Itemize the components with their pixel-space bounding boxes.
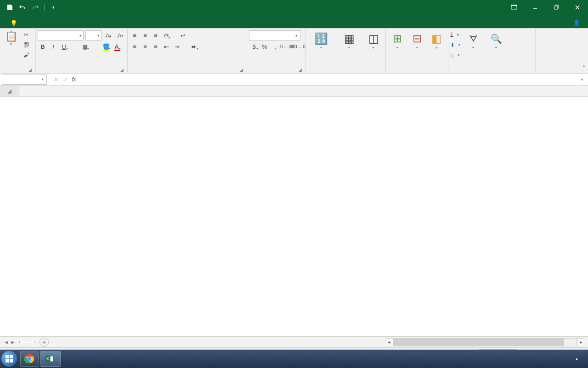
show-hidden-icons-icon[interactable]: ▴ [576,356,578,362]
taskbar-excel[interactable]: X [40,351,61,367]
sheet-nav-next-icon[interactable]: ► [10,339,16,345]
insert-function-icon[interactable]: fx [69,75,79,85]
dialog-launcher-icon[interactable]: ◢ [28,68,34,72]
formula-input[interactable] [79,75,579,85]
sort-filter-button[interactable]: ᗊ▾ [463,30,483,72]
svg-text:X: X [46,356,49,361]
enter-formula-icon[interactable]: ✓ [60,75,69,85]
italic-button[interactable]: I [48,41,58,52]
merge-center-button[interactable]: ⬌▾ [189,41,199,52]
redo-icon[interactable] [29,2,41,13]
hscroll-right-icon[interactable]: ► [577,338,585,346]
clipboard-icon: 📋 [5,30,17,42]
clear-icon: ◇ [450,52,454,58]
collapse-ribbon-icon[interactable]: ˄ [582,65,585,71]
format-painter-icon[interactable]: 🖌 [22,51,30,59]
svg-rect-3 [554,6,558,9]
decrease-font-icon[interactable]: A▾ [115,30,125,40]
hscroll-left-icon[interactable]: ◄ [385,338,393,346]
autosum-button[interactable]: Σ ▾ [450,30,460,40]
decrease-decimal-icon[interactable]: .00→.0 [293,41,304,52]
save-icon[interactable] [4,2,16,13]
sheet-nav-prev-icon[interactable]: ◄ [4,339,9,345]
tell-me[interactable]: 💡 [4,20,25,28]
sheet-tab-sheet1[interactable] [19,341,35,343]
hscroll-thumb[interactable] [394,339,564,346]
align-top-icon[interactable]: ≡ [130,30,140,40]
align-middle-icon[interactable]: ≡ [140,30,150,40]
wrap-text-button[interactable]: ↩ [179,30,189,40]
font-name-selector[interactable]: ▾ [38,30,84,40]
increase-indent-icon[interactable]: ⇥ [172,41,182,52]
svg-rect-15 [50,356,53,362]
copy-icon[interactable]: 🗐 [22,40,30,49]
accounting-format-icon[interactable]: $▾ [249,41,259,52]
paste-button[interactable]: 📋 ▾ [2,30,20,46]
conditional-formatting-button[interactable]: 🔢▾ [308,30,335,72]
align-left-icon[interactable]: ≡ [130,41,140,52]
svg-rect-1 [511,5,517,6]
clear-button[interactable]: ◇ ▾ [450,51,460,60]
dialog-launcher-icon[interactable]: ◢ [299,68,304,72]
number-group: ▾ $▾ % , .0→.00 .00→.0 ◢ [247,29,306,73]
conditional-formatting-icon: 🔢 [314,31,328,46]
cell-styles-button[interactable]: ◫▾ [364,30,384,72]
bold-button[interactable]: B [38,41,48,52]
orientation-icon[interactable]: ⟳▾ [161,30,171,40]
font-color-button[interactable]: A▾ [112,41,122,52]
minimize-icon[interactable] [525,0,546,15]
cut-icon[interactable]: ✂ [22,30,30,39]
styles-group: 🔢▾ ▦▾ ◫▾ [306,29,386,73]
decrease-indent-icon[interactable]: ⇤ [161,41,171,52]
fill-button[interactable]: ⬇ ▾ [450,40,460,50]
start-button[interactable] [0,350,18,368]
svg-rect-5 [10,355,13,358]
cells-group: ⊞▾ ⊟▾ ◧▾ [386,29,448,73]
worksheet-grid[interactable]: ◢ [0,86,588,336]
find-select-button[interactable]: 🔍▾ [486,30,506,72]
border-button[interactable]: ▦▾ [80,41,90,52]
dialog-launcher-icon[interactable]: ◢ [240,68,245,72]
format-as-table-button[interactable]: ▦▾ [336,30,363,72]
title-bar: ▾ [0,0,588,15]
svg-rect-4 [6,355,9,358]
font-size-selector[interactable]: ▾ [85,30,102,40]
select-all-corner[interactable]: ◢ [0,86,19,96]
undo-icon[interactable] [17,2,28,13]
align-right-icon[interactable]: ≡ [151,41,161,52]
taskbar-chrome[interactable] [20,351,39,367]
dialog-launcher-icon[interactable]: ◢ [120,68,125,72]
align-center-icon[interactable]: ≡ [140,41,150,52]
underline-button[interactable]: U▾ [59,41,69,52]
format-table-icon: ▦ [344,31,355,46]
delete-icon: ⊟ [413,31,422,46]
ribbon-display-icon[interactable] [503,0,525,15]
insert-cells-button[interactable]: ⊞▾ [388,30,407,72]
align-bottom-icon[interactable]: ≡ [151,30,161,40]
fill-color-button[interactable]: 🪣▾ [101,41,111,52]
increase-font-icon[interactable]: A▴ [103,30,113,40]
svg-rect-7 [10,359,13,362]
share-button[interactable]: 👤 [567,17,588,28]
taskbar-clock[interactable]: ▴ [571,356,588,362]
lightbulb-icon: 💡 [10,20,17,27]
new-sheet-button[interactable]: ＋ [40,338,49,347]
restore-icon[interactable] [546,0,567,15]
autosum-icon: Σ [450,32,453,38]
expand-formula-bar-icon[interactable]: ▾ [579,77,588,82]
qat-customize-icon[interactable]: ▾ [47,2,59,13]
cancel-formula-icon[interactable]: ✕ [51,75,60,85]
ribbon-tabs: 💡 👤 [0,15,588,29]
format-cells-button[interactable]: ◧▾ [427,30,446,72]
close-icon[interactable] [567,0,588,15]
font-group: ▾ ▾ A▴ A▾ B I U▾ ▦▾ 🪣▾ A▾ ◢ [36,29,128,73]
number-format-selector[interactable]: ▾ [249,30,300,40]
qat-separator [44,4,45,11]
name-box[interactable]: ▾ [2,75,47,85]
find-icon: 🔍 [491,31,502,46]
excel-icon: X [45,354,54,363]
hscroll-track[interactable] [393,338,577,346]
delete-cells-button[interactable]: ⊟▾ [407,30,426,72]
percent-format-icon[interactable]: % [260,41,270,52]
chrome-icon [24,354,34,364]
